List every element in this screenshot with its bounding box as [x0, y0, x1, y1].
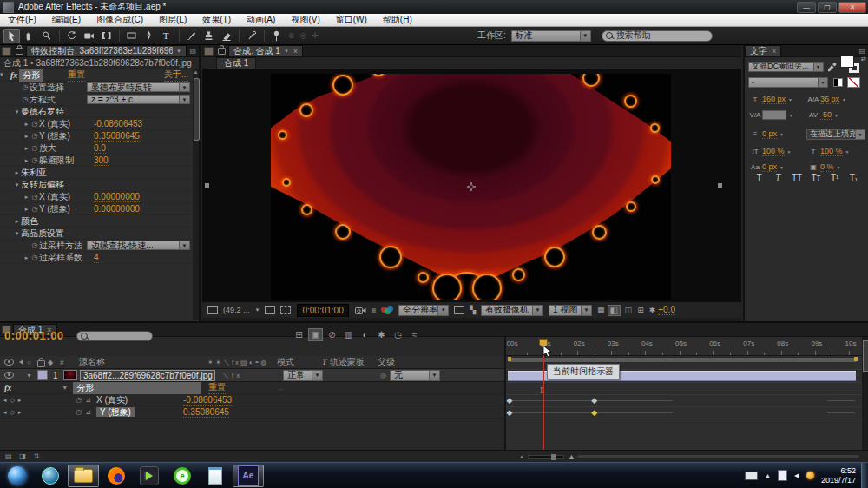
brush-tool[interactable] — [183, 29, 200, 43]
taskbar-firefox[interactable] — [101, 465, 132, 487]
char-attr-value[interactable]: 0 px — [762, 162, 777, 172]
brainstorm-icon[interactable]: ✱ — [374, 328, 389, 341]
graph-editor-icon[interactable]: ≈ — [407, 328, 422, 341]
menu-item[interactable]: 图像合成(C) — [89, 14, 151, 26]
action-center-icon[interactable] — [778, 470, 787, 481]
type-tool[interactable]: T — [158, 29, 174, 43]
twirl-open-icon[interactable]: ▾ — [13, 109, 21, 115]
parameter-dropdown[interactable]: 边缘查找-快速...▼ — [87, 241, 190, 250]
twirl-closed-icon[interactable]: ▸ — [23, 121, 30, 128]
parameter-value[interactable]: 0.00000000 — [94, 192, 140, 202]
stopwatch-icon[interactable]: ◷ — [21, 96, 30, 103]
timeline-vertical-scrollbar[interactable] — [862, 337, 868, 450]
menu-item[interactable]: 文件(F) — [0, 14, 44, 26]
effect-parameter-row[interactable]: ▾高品质设置 — [0, 228, 199, 240]
kerning-box[interactable] — [762, 110, 786, 120]
channel-icon[interactable] — [381, 306, 393, 314]
twirl-open-icon[interactable]: ▾ — [0, 69, 9, 82]
keyframe-nav-icons[interactable]: ◂ ◇ ▸ — [3, 397, 22, 404]
char-attr-value[interactable]: 0 % — [820, 162, 834, 172]
pen-tool[interactable] — [141, 29, 157, 43]
mini-flowchart-icon[interactable]: ⊞ — [637, 306, 644, 314]
puppet-pin-tool[interactable] — [268, 29, 285, 43]
menu-item[interactable]: 帮助(H) — [375, 14, 420, 26]
stopwatch-icon[interactable]: ◷ — [76, 408, 82, 416]
faux-style-button[interactable]: T¹ — [827, 173, 842, 182]
stopwatch-icon[interactable]: ◷ — [30, 156, 39, 164]
menu-item[interactable]: 窗口(W) — [328, 14, 375, 26]
solo-icon[interactable]: ○ — [27, 359, 31, 366]
chevron-down-icon[interactable]: ▼ — [779, 132, 784, 137]
effect-parameter-row[interactable]: ▸◷放大0.0 — [0, 142, 199, 155]
time-ruler[interactable]: :00s01s02s03s04s05s06s07s08s09s10s — [506, 337, 862, 356]
preview-time[interactable]: 0:00:01:00 — [297, 304, 348, 317]
char-attr-value[interactable]: 100 % — [820, 147, 843, 156]
parent-column[interactable]: 父级 — [378, 356, 395, 368]
property-value[interactable]: -0.08606453 — [183, 395, 232, 406]
scrollbar-thumb[interactable] — [194, 78, 200, 141]
timeline-search-box[interactable] — [76, 331, 153, 341]
property-value[interactable]: 0.35080645 — [183, 407, 229, 418]
auto-keyframe-icon[interactable]: ◷ — [391, 328, 405, 341]
comp-edge-handle-right[interactable] — [718, 183, 722, 188]
twirl-open-icon[interactable]: ▾ — [13, 181, 21, 188]
stopwatch-icon[interactable]: ◷ — [30, 120, 39, 128]
taskbar-after-effects[interactable]: Ae — [233, 465, 264, 487]
faux-style-button[interactable]: T — [752, 173, 766, 182]
start-button[interactable] — [2, 465, 33, 487]
panel-menu-icon[interactable]: ▤ — [858, 47, 868, 55]
zoom-in-icon[interactable]: ▲ — [568, 452, 575, 461]
motion-blur-icon[interactable]: ◐ — [358, 328, 372, 341]
chevron-down-icon[interactable]: ▼ — [788, 97, 792, 102]
chevron-down-icon[interactable]: ▼ — [834, 113, 838, 118]
effect-parameter-row[interactable]: ▸朱利亚 — [0, 167, 199, 179]
layer-name[interactable]: 3a68ff2...289f69628c7b7f0e0f.jpg — [80, 370, 215, 381]
property-label[interactable]: Y (想象) — [96, 406, 183, 419]
twirl-open-icon[interactable]: ▾ — [13, 230, 21, 237]
fast-preview-icon[interactable]: ✱ — [649, 306, 656, 314]
chevron-down-icon[interactable]: ▼ — [845, 149, 850, 155]
keyframe-diamond[interactable]: ◆ — [507, 408, 513, 417]
source-name-column[interactable]: 源名称 — [79, 356, 207, 368]
no-color-swatch[interactable] — [847, 77, 860, 88]
char-attr-value[interactable]: -50 — [820, 110, 832, 120]
mini-flowchart-icon[interactable]: ⊞ — [292, 328, 306, 341]
parameter-value[interactable]: 4 — [94, 253, 99, 263]
camera-tool[interactable] — [81, 29, 97, 43]
parameter-value[interactable]: -0.08606453 — [94, 119, 142, 129]
comp-edge-handle-left[interactable] — [205, 183, 209, 188]
effect-parameter-row[interactable]: ▾曼德布罗特 — [0, 106, 199, 118]
font-family-dropdown[interactable]: 文鼎DC黄阳尖... ▼ — [748, 62, 824, 72]
keyframe-diamond[interactable]: ◆ — [507, 396, 513, 405]
keyframe-diamond[interactable]: ◆ — [591, 396, 597, 405]
work-area-end-handle[interactable] — [854, 357, 858, 361]
pickwhip-icon[interactable]: ◎ — [380, 372, 386, 379]
chevron-down-icon[interactable]: ▼ — [842, 97, 846, 102]
zoom-track[interactable] — [528, 455, 564, 459]
stopwatch-icon[interactable]: ◷ — [30, 254, 39, 261]
faux-style-button[interactable]: Tᴛ — [808, 173, 823, 182]
effect-parameter-row[interactable]: ◷方程式z = z^3 + c▼ — [0, 94, 199, 106]
taskbar-downloader[interactable]: e — [167, 465, 198, 487]
effect-name[interactable]: 分形 — [19, 69, 43, 82]
faux-style-button[interactable]: TT — [790, 173, 805, 182]
effect-name[interactable]: 分形 — [73, 382, 201, 394]
axis-mode-world-icon[interactable]: ◎ — [300, 31, 307, 40]
effect-parameter-row[interactable]: ▸◷Y (想象)0.00000000 — [0, 203, 199, 215]
expand-transfer-controls-icon[interactable]: ◨ — [19, 452, 26, 460]
effect-reset-link[interactable]: 重置 — [208, 381, 226, 394]
tab-effect-controls[interactable]: 特效控制台: 3a68ff27363e1b289f69628c7b7f ▼ — [26, 45, 187, 56]
timeline-horizontal-scrollbar[interactable] — [577, 455, 859, 458]
effect-header-row[interactable]: ▾ fx 分形 重置 关于... — [0, 69, 199, 82]
hand-tool[interactable] — [21, 29, 37, 43]
eraser-tool[interactable] — [218, 29, 234, 43]
property-row-y[interactable]: ◂ ◇ ▸ ◷ ⊿ Y (想象) 0.35080645 — [0, 406, 504, 419]
font-style-dropdown[interactable]: - ▼ — [748, 77, 828, 88]
view-layout-dropdown[interactable]: 1 视图 ▼ — [549, 305, 592, 316]
mode-column[interactable]: 模式 — [277, 356, 322, 368]
menu-item[interactable]: 编辑(E) — [44, 14, 89, 26]
show-desktop-button[interactable] — [861, 463, 868, 488]
char-attr-value[interactable]: 36 px — [820, 95, 839, 104]
effect-twirl-icon[interactable]: ▼ — [62, 385, 68, 391]
volume-icon[interactable] — [794, 473, 799, 478]
